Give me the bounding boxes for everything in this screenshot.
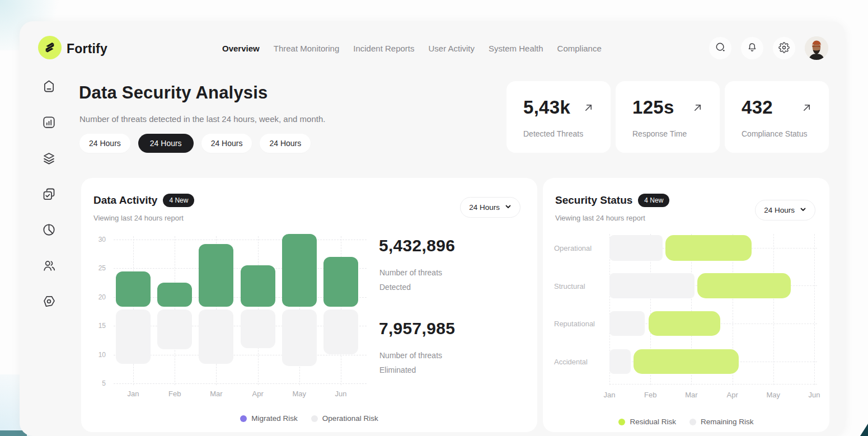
- new-count-badge: 4 New: [163, 194, 194, 207]
- x-tick-label: Apr: [726, 391, 738, 399]
- sidebar-item-layers[interactable]: [41, 151, 57, 166]
- x-tick-label: May: [767, 391, 781, 399]
- nav-item-threat-monitoring[interactable]: Threat Monitoring: [274, 44, 340, 53]
- time-filter-group: 24 Hours24 Hours24 Hours24 Hours: [79, 134, 311, 153]
- bar-operational-risk-mar: [199, 310, 233, 364]
- x-tick-label: Jan: [128, 390, 139, 398]
- legend-item-migrated-risk: Migrated Risk: [240, 414, 298, 423]
- gridline: [114, 383, 367, 384]
- gridline: [114, 240, 367, 240]
- legend-dot: [311, 415, 318, 422]
- stat-value: 5,43k: [523, 97, 570, 118]
- stat-label: Detected Threats: [523, 129, 583, 138]
- data-activity-card: Data Activity 4 New Viewing last 24 hour…: [81, 178, 537, 432]
- gridline: [114, 355, 367, 355]
- x-tick-label: Apr: [252, 390, 263, 398]
- card-title: Data Activity: [93, 194, 157, 207]
- nav-item-compliance[interactable]: Compliance: [557, 44, 602, 53]
- gridline: [773, 234, 774, 385]
- stat-card-compliance-status[interactable]: 432Compliance Status: [725, 81, 829, 153]
- legend-dot: [240, 415, 247, 422]
- backdrop-photo-edge: [860, 424, 868, 436]
- bell-icon: [747, 42, 758, 55]
- y-tick-label: 5: [102, 379, 106, 387]
- notifications-button[interactable]: [741, 37, 763, 59]
- sidebar-item-home[interactable]: [41, 79, 57, 94]
- bar-operational-risk-apr: [241, 310, 275, 348]
- bar-migrated-risk-jan: [116, 271, 151, 307]
- stat-label: Compliance Status: [742, 129, 808, 138]
- legend-dot: [618, 419, 625, 425]
- filter-pill-1[interactable]: 24 Hours: [138, 134, 194, 153]
- profile-avatar[interactable]: [805, 36, 828, 60]
- bar-operational-risk-may: [282, 310, 317, 366]
- y-tick-label: 20: [98, 293, 106, 301]
- hexagon-target-icon: [41, 301, 57, 311]
- security-status-card: Security Status 4 New Viewing last 24 ho…: [543, 178, 829, 432]
- filter-pill-2[interactable]: 24 Hours: [201, 134, 252, 153]
- x-tick-label: May: [293, 390, 307, 398]
- gear-icon: [778, 42, 790, 55]
- bar-operational-risk-feb: [157, 310, 192, 349]
- nav-item-overview[interactable]: Overview: [222, 44, 260, 53]
- x-tick-label: Jun: [335, 390, 347, 398]
- card-subtitle: Viewing last 24 hours report: [93, 214, 184, 222]
- bar-migrated-risk-feb: [157, 283, 192, 307]
- page-subtitle: Number of threats detected in the last 2…: [79, 114, 325, 124]
- sidebar-item-reports[interactable]: [41, 222, 57, 237]
- users-icon: [41, 265, 57, 275]
- gridline: [814, 234, 815, 385]
- legend-label: Operational Risk: [322, 414, 378, 423]
- stat-card-response-time[interactable]: 125sResponse Time: [616, 81, 720, 153]
- nav-item-incident-reports[interactable]: Incident Reports: [353, 44, 414, 53]
- bar-operational-risk-jan: [116, 310, 151, 364]
- sidebar: [41, 79, 57, 309]
- x-axis-labels: JanFebMarAprMayJun: [609, 391, 817, 400]
- bar-remaining-risk-structural: [609, 273, 695, 298]
- bar-migrated-risk-jun: [323, 257, 358, 307]
- sidebar-item-analytics[interactable]: [41, 115, 57, 130]
- stat-label: Response Time: [632, 129, 687, 138]
- legend-item-residual-risk: Residual Risk: [618, 418, 676, 426]
- nav-item-user-activity[interactable]: User Activity: [429, 44, 475, 53]
- chevron-down-icon: [505, 203, 512, 212]
- legend-label: Migrated Risk: [251, 414, 298, 423]
- new-count-badge: 4 New: [638, 194, 669, 207]
- y-tick-label: 15: [98, 322, 106, 330]
- card-title: Security Status: [555, 194, 632, 207]
- search-button[interactable]: [709, 37, 731, 59]
- row-label-operational: Operational: [554, 244, 601, 252]
- stat-card-detected-threats[interactable]: 5,43kDetected Threats: [506, 81, 611, 153]
- sidebar-item-users[interactable]: [41, 258, 57, 273]
- data-activity-chart: 30252015105: [114, 232, 367, 395]
- security-status-chart: [609, 234, 817, 386]
- threats-eliminated-value: 7,957,985: [379, 319, 455, 338]
- bar-residual-risk-operational: [665, 235, 752, 261]
- row-label-reputational: Reputational: [554, 320, 601, 328]
- timeframe-dropdown[interactable]: 24 Hours: [755, 200, 815, 221]
- card-subtitle: Viewing last 24 hours report: [555, 214, 645, 222]
- filter-pill-3[interactable]: 24 Hours: [260, 134, 311, 153]
- filter-pill-0[interactable]: 24 Hours: [79, 134, 130, 153]
- layers-icon: [41, 158, 57, 167]
- legend-dot: [689, 419, 696, 425]
- trend-arrow-icon: [692, 102, 703, 115]
- x-tick-label: Mar: [210, 390, 222, 398]
- stat-value: 432: [742, 97, 773, 118]
- bar-remaining-risk-reputational: [609, 311, 645, 336]
- nav-item-system-health[interactable]: System Health: [489, 44, 543, 53]
- sidebar-item-tasks[interactable]: [41, 186, 57, 201]
- legend-label: Residual Risk: [630, 418, 676, 426]
- bar-residual-risk-reputational: [649, 311, 720, 336]
- timeframe-dropdown[interactable]: 24 Hours: [460, 197, 520, 218]
- search-icon: [715, 41, 726, 55]
- trend-arrow-icon: [583, 102, 594, 115]
- legend-item-remaining-risk: Remaining Risk: [689, 418, 754, 426]
- y-tick-label: 30: [98, 236, 106, 243]
- dashboard-panel: Fortify OverviewThreat MonitoringInciden…: [20, 21, 845, 436]
- security-status-legend: Residual RiskRemaining Risk: [543, 418, 829, 426]
- sidebar-item-security-hub[interactable]: [41, 294, 57, 309]
- top-nav: OverviewThreat MonitoringIncident Report…: [222, 44, 602, 53]
- bar-residual-risk-structural: [697, 273, 791, 298]
- settings-button[interactable]: [773, 37, 795, 59]
